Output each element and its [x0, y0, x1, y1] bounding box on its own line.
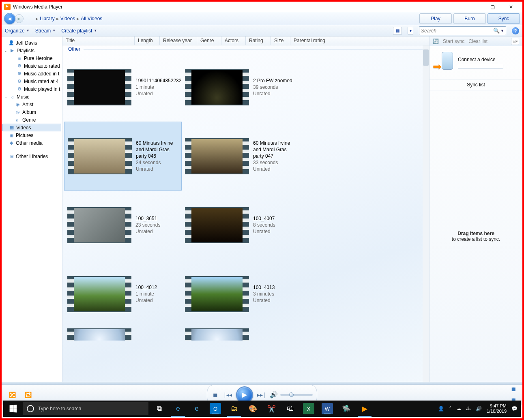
breadcrumb-library[interactable]: Library: [40, 16, 55, 21]
tree-playlist-item[interactable]: ⚙Music rated at 4: [2, 77, 61, 85]
video-text: 2 Pro FW zoomed 39 seconds Unrated: [253, 77, 292, 97]
taskbar-explorer[interactable]: 🗂: [225, 401, 243, 417]
video-item[interactable]: 60 Minutes Irvine and Mardi Gras party 0…: [182, 122, 299, 191]
video-item[interactable]: 100_3651 23 seconds Unrated: [64, 191, 182, 259]
tree-music-album[interactable]: ◎Album: [2, 108, 61, 116]
search-box[interactable]: 🔍 ▼: [419, 26, 506, 35]
col-title[interactable]: Title: [62, 36, 135, 45]
close-button[interactable]: ✕: [502, 2, 520, 12]
taskbar-store[interactable]: 🛍: [281, 401, 299, 417]
sync-drop-zone[interactable]: Drag items here to create a list to sync…: [430, 90, 522, 382]
view-dropdown-button[interactable]: ▾: [408, 27, 413, 35]
tree-other-libraries[interactable]: 🖥Other Libraries: [2, 152, 61, 160]
taskbar-search[interactable]: Type here to search: [23, 402, 148, 415]
repeat-button[interactable]: 🔁: [23, 391, 33, 399]
tray-onedrive-icon[interactable]: ☁: [456, 406, 461, 411]
back-button[interactable]: ◄: [4, 13, 15, 24]
view-options-button[interactable]: ▦: [393, 27, 402, 35]
task-view-button[interactable]: ⧉: [150, 401, 169, 417]
tree-playlist-item[interactable]: ⚙Music auto rated: [2, 62, 61, 70]
tree-user[interactable]: 👤Jeff Davis: [2, 39, 61, 47]
taskbar-edge[interactable]: e: [187, 401, 206, 417]
taskbar-excel[interactable]: X: [303, 403, 314, 414]
tab-burn[interactable]: Burn: [453, 13, 486, 24]
group-header[interactable]: Other: [62, 45, 429, 53]
tree-videos[interactable]: ▦Videos: [2, 124, 61, 131]
taskbar-ie[interactable]: e: [169, 401, 187, 417]
chevron-down-icon: ▼: [26, 29, 30, 32]
taskbar-outlook[interactable]: O: [210, 403, 221, 414]
video-item[interactable]: [64, 328, 182, 341]
video-item[interactable]: 60 Minutes Irvine and Mardi Gras party 0…: [64, 122, 182, 191]
previous-button[interactable]: ∣◂◂: [222, 391, 234, 399]
tree-playlists[interactable]: ⌄▶Playlists: [2, 47, 61, 54]
stop-button[interactable]: ◼: [211, 391, 219, 399]
taskbar-wmp[interactable]: ▶: [355, 401, 374, 417]
video-item[interactable]: 2 Pro FW zoomed 39 seconds Unrated: [182, 53, 299, 122]
col-length[interactable]: Length: [135, 36, 160, 45]
tray-notifications-icon[interactable]: 💬: [511, 406, 518, 411]
taskbar-app[interactable]: 🛸: [337, 401, 355, 417]
tray-network-icon[interactable]: 🖧: [466, 406, 471, 411]
tree-playlist-item[interactable]: ⚙Music played in t: [2, 85, 61, 93]
col-genre[interactable]: Genre: [197, 36, 221, 45]
tray-chevron-up-icon[interactable]: ˄: [449, 406, 451, 411]
tree-music[interactable]: ⌄♫Music: [2, 93, 61, 101]
col-size[interactable]: Size: [271, 36, 290, 45]
create-playlist-menu[interactable]: Create playlist▼: [61, 28, 97, 34]
col-actors[interactable]: Actors: [221, 36, 246, 45]
tree-other-media[interactable]: ◆Other media: [2, 139, 61, 147]
chevron-down-icon: ⌄: [4, 49, 9, 53]
breadcrumb-videos[interactable]: Videos: [60, 16, 75, 21]
sync-options-button[interactable]: ☑▾: [511, 38, 519, 45]
video-item[interactable]: 100_4007 8 seconds Unrated: [182, 191, 299, 259]
tray-people-icon[interactable]: 👤: [438, 406, 444, 411]
pictures-icon: ▣: [8, 133, 15, 138]
video-thumbnail: [67, 69, 131, 105]
search-input[interactable]: [421, 28, 493, 34]
shuffle-button[interactable]: 🔀: [7, 391, 17, 399]
organize-menu[interactable]: Organize▼: [5, 28, 30, 34]
taskbar-word[interactable]: W: [322, 403, 333, 414]
chevron-down-icon: ▼: [94, 29, 97, 32]
mode-tabs: Play Burn Sync: [419, 13, 520, 24]
volume-knob[interactable]: [289, 392, 294, 397]
scrollbar-thumb[interactable]: [423, 49, 429, 66]
tray-volume-icon[interactable]: 🔊: [476, 406, 482, 411]
tree-music-artist[interactable]: ◉Artist: [2, 101, 61, 108]
video-item[interactable]: 19901114064352232 1 minute Unrated: [64, 53, 182, 122]
maximize-button[interactable]: ▢: [483, 2, 502, 12]
next-button[interactable]: ▸▸∣: [256, 391, 267, 399]
stream-menu[interactable]: Stream▼: [35, 28, 56, 34]
video-title: 100_4012: [135, 284, 157, 291]
col-release-year[interactable]: Release year: [160, 36, 197, 45]
breadcrumb: ▸ Library ▸ Videos ▸ All Videos: [28, 16, 419, 21]
chevron-down-icon[interactable]: ▼: [500, 29, 504, 33]
tray-clock[interactable]: 9:47 PM 1/10/2019: [487, 403, 507, 414]
tab-play[interactable]: Play: [419, 13, 452, 24]
tab-sync[interactable]: Sync: [487, 13, 520, 24]
switch-to-now-playing-button[interactable]: ▝▘▗▖: [509, 388, 517, 402]
taskbar-paint[interactable]: 🎨: [243, 401, 262, 417]
tree-pictures[interactable]: ▣Pictures: [2, 131, 61, 139]
volume-slider[interactable]: [280, 394, 313, 396]
start-button[interactable]: [3, 401, 23, 417]
breadcrumb-all-videos[interactable]: All Videos: [81, 16, 102, 21]
col-parental[interactable]: Parental rating: [290, 36, 429, 45]
video-item[interactable]: 100_4013 3 minutes Unrated: [182, 259, 299, 328]
tree-playlist-item[interactable]: ≡Pure Heroine: [2, 54, 61, 62]
chevron-down-icon: ⌄: [4, 95, 9, 99]
tree-music-genre[interactable]: 🏷Genre: [2, 116, 61, 124]
search-icon[interactable]: 🔍: [493, 28, 500, 34]
col-rating[interactable]: Rating: [246, 36, 271, 45]
help-button[interactable]: ?: [512, 27, 519, 34]
video-rating: Unrated: [253, 297, 275, 304]
vertical-scrollbar[interactable]: [423, 45, 429, 382]
minimize-button[interactable]: —: [465, 2, 483, 12]
taskbar-snipping[interactable]: ✂️: [262, 401, 281, 417]
video-item[interactable]: 100_4012 1 minute Unrated: [64, 259, 182, 328]
device-box[interactable]: ➡ Connect a device: [430, 46, 522, 79]
tree-playlist-item[interactable]: ⚙Music added in t: [2, 70, 61, 77]
mute-button[interactable]: 🔊: [270, 391, 278, 399]
video-item[interactable]: [182, 328, 299, 341]
